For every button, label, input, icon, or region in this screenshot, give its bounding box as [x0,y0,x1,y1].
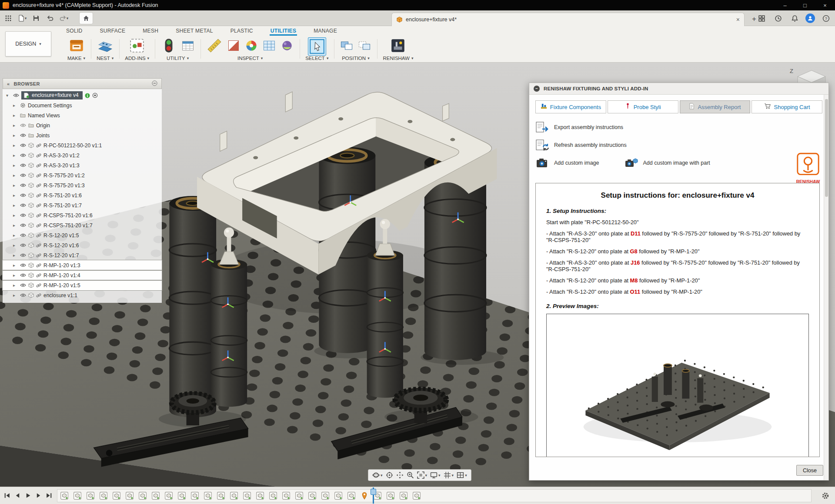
expand-icon[interactable]: ▸ [13,203,18,208]
timeline-feature-icon[interactable] [112,491,121,500]
browser-item[interactable]: ▸ R-S-12-20 v1:5 [3,230,162,240]
timeline-feature-icon[interactable] [204,491,212,500]
tab-assembly-report[interactable]: Assembly Report [680,100,751,113]
close-button[interactable]: × [815,0,835,10]
timeline-feature-icon[interactable] [138,491,147,500]
group-make-label[interactable]: MAKE [67,56,82,61]
renishaw-addin-icon[interactable] [390,37,406,56]
browser-root-item[interactable]: ▾ enclosure+fixture v4 [3,90,162,100]
timeline-feature-icon[interactable] [177,491,186,500]
timeline-settings-button[interactable] [816,492,835,500]
timeline-pin-icon[interactable] [360,491,369,500]
panel-scrollbar-thumb[interactable] [825,99,828,197]
visibility-eye-icon[interactable] [20,143,26,147]
browser-item[interactable]: ▸ R-S-12-20 v1:7 [3,250,162,260]
pan-button[interactable] [395,471,404,479]
expand-icon[interactable]: ▸ [13,163,18,168]
timeline-feature-icon[interactable] [347,491,356,500]
workspace-selector[interactable]: DESIGN▾ [5,31,51,56]
job-status-icon[interactable] [772,13,784,24]
timeline-feature-icon[interactable] [256,491,264,500]
look-at-button[interactable] [385,471,394,479]
browser-item[interactable]: ▸ R-S-751-20 v1:7 [3,200,162,210]
timeline-feature-icon[interactable] [190,491,199,500]
timeline-feature-icon[interactable] [243,491,251,500]
expand-icon[interactable]: ▸ [13,193,18,198]
timeline-feature-icon[interactable] [269,491,277,500]
timeline-feature-icon[interactable] [164,491,173,500]
document-tab[interactable]: enclosure+fixture v4* × [391,13,745,26]
utility-table-icon[interactable] [181,39,195,54]
profile-avatar[interactable] [805,13,815,23]
app-grid-icon[interactable] [3,13,14,24]
expand-icon[interactable]: ▸ [13,133,18,138]
visibility-eye-icon[interactable] [20,173,26,177]
panel-grip-icon[interactable]: – [534,86,540,92]
group-addins-label[interactable]: ADD-INS [125,56,145,61]
step-back-button[interactable] [14,492,21,499]
collapse-browser-icon[interactable]: « [7,81,10,86]
fit-button[interactable]: ▾ [416,471,428,479]
ribbon-tab-surface[interactable]: SURFACE [99,28,127,36]
tab-shopping-cart[interactable]: Shopping Cart [752,100,822,113]
timeline-feature-icon[interactable] [282,491,291,500]
position-capture-icon[interactable] [340,39,354,54]
timeline-feature-icon[interactable] [386,491,395,500]
display-settings-button[interactable]: ▾ [429,471,441,479]
browser-item[interactable]: ▸ R-S-7575-20 v1:2 [3,170,162,180]
ribbon-tab-mesh[interactable]: MESH [142,28,159,36]
expand-icon[interactable]: ▸ [13,293,18,298]
timeline-feature-icon[interactable] [295,491,304,500]
traffic-light-icon[interactable] [160,37,177,56]
expand-icon[interactable]: ▸ [13,253,18,258]
expand-icon[interactable]: ▸ [13,123,18,128]
browser-options-icon[interactable] [152,80,157,87]
group-utility-label[interactable]: UTILITY [167,56,185,61]
ribbon-tab-utilities[interactable]: UTILITIES [270,28,297,36]
minimize-button[interactable]: – [775,0,795,10]
visibility-eye-icon[interactable] [20,273,26,277]
visibility-eye-icon[interactable] [20,213,26,217]
browser-item-named-views[interactable]: ▸ Named Views [3,110,162,120]
expand-icon[interactable]: ▾ [6,93,11,98]
expand-icon[interactable]: ▸ [13,183,18,188]
ribbon-tab-manage[interactable]: MANAGE [313,28,338,36]
visibility-eye-icon[interactable] [20,293,26,297]
timeline-feature-icon[interactable] [399,491,408,500]
visibility-eye-icon[interactable] [13,93,19,97]
document-tab-close-icon[interactable]: × [736,16,740,23]
expand-icon[interactable]: ▸ [13,263,18,268]
expand-icon[interactable]: ▸ [13,143,18,148]
go-to-start-button[interactable] [3,492,11,499]
zoom-button[interactable] [406,471,415,479]
timeline-feature-icon[interactable] [60,491,69,500]
measure-icon[interactable] [206,37,223,56]
browser-item[interactable]: ▸ R-CSPS-751-20 v1:7 [3,220,162,230]
timeline-feature-icon[interactable] [86,491,95,500]
browser-item[interactable]: ▸ R-S-7575-20 v1:3 [3,180,162,190]
timeline-feature-icon[interactable] [151,491,160,500]
extensions-icon[interactable] [756,13,767,24]
file-menu-icon[interactable]: ▾ [17,13,28,24]
browser-item[interactable]: ▸ R-AS-3-20 v1:3 [3,160,162,170]
ribbon-tab-sheet-metal[interactable]: SHEET METAL [175,28,214,36]
home-view-button[interactable] [79,12,93,24]
timeline-feature-icon[interactable] [230,491,238,500]
undo-icon[interactable] [44,13,56,24]
timeline-feature-icon[interactable] [73,491,82,500]
browser-header[interactable]: « BROWSER [3,78,162,89]
timeline-feature-icon[interactable] [334,491,343,500]
expand-icon[interactable]: ▸ [13,103,18,108]
pillar-back-left[interactable] [169,196,216,418]
browser-item-origin[interactable]: ▸ Origin [3,120,162,130]
visibility-eye-icon[interactable] [20,253,26,257]
expand-icon[interactable]: ▸ [13,173,18,178]
expand-icon[interactable]: ▸ [13,213,18,218]
timeline-feature-icon[interactable] [321,491,330,500]
add-ins-icon[interactable] [129,37,145,56]
visibility-eye-icon[interactable] [20,223,26,227]
timeline-feature-icon[interactable] [99,491,108,500]
nest-icon[interactable] [97,37,114,56]
redo-icon[interactable]: ▾ [58,13,70,24]
add-custom-image-button[interactable]: Add custom image [535,157,599,169]
